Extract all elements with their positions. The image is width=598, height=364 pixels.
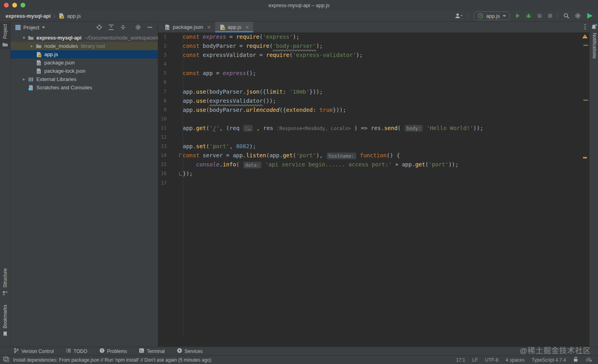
tool-stripe-bookmarks[interactable]: Bookmarks bbox=[0, 303, 10, 338]
code-line[interactable]: 10 bbox=[158, 115, 589, 124]
tool-window-terminal[interactable]: Terminal bbox=[139, 348, 165, 355]
tree-row[interactable]: {}package-lock.json bbox=[11, 67, 158, 75]
hide-panel-icon[interactable] bbox=[147, 24, 153, 30]
tree-row[interactable]: JSapp.js bbox=[11, 50, 158, 58]
tool-stripe-notifications-label[interactable]: Notifications bbox=[592, 33, 597, 58]
status-widgets: 17:1 LF UTF-8 4 spaces TypeScript 4.7.4 bbox=[456, 356, 598, 363]
tab-options-menu-icon[interactable] bbox=[585, 24, 586, 30]
tool-stripe-structure[interactable]: Structure bbox=[0, 267, 10, 298]
tool-window-version-control[interactable]: Version Control bbox=[13, 348, 54, 355]
stripe-caret-mark[interactable] bbox=[583, 157, 587, 158]
tab-app-js[interactable]: JS app.js × bbox=[215, 22, 254, 32]
tool-window-todo[interactable]: TODO bbox=[66, 348, 87, 355]
unlock-icon[interactable] bbox=[573, 356, 578, 363]
code-token: expressValidator bbox=[209, 98, 263, 104]
caret-position-widget[interactable]: 17:1 bbox=[456, 357, 465, 363]
typescript-widget[interactable]: TypeScript 4.7.4 bbox=[532, 357, 566, 363]
code-line[interactable]: 4 bbox=[158, 60, 589, 69]
encoding-widget[interactable]: UTF-8 bbox=[485, 357, 498, 363]
code-token: urlencoded bbox=[246, 107, 279, 113]
toolbar-separator bbox=[468, 12, 469, 19]
nodejs-icon bbox=[478, 13, 483, 19]
panel-settings-gear-icon[interactable] bbox=[135, 24, 141, 30]
code-line[interactable]: 6 bbox=[158, 78, 589, 87]
project-view-title[interactable]: Project bbox=[23, 25, 39, 30]
run-button[interactable] bbox=[515, 13, 520, 19]
code-token: 'express' bbox=[263, 34, 293, 40]
tree-row[interactable]: ▾express-mysql-api~/Documents/node_works… bbox=[11, 34, 158, 42]
svg-text:{}: {} bbox=[37, 62, 40, 65]
tool-window-problems[interactable]: Problems bbox=[99, 348, 127, 355]
code-token: get bbox=[196, 125, 206, 131]
close-tab-icon[interactable]: × bbox=[245, 24, 249, 30]
chevron-right-icon[interactable]: ▸ bbox=[28, 43, 36, 49]
editor-preview-icon[interactable] bbox=[3, 356, 9, 363]
code-token: hostname: bbox=[327, 153, 356, 159]
line-number: 7 bbox=[158, 87, 183, 96]
tree-row[interactable]: ▸node_moduleslibrary root bbox=[11, 42, 158, 50]
code-token: ' bbox=[216, 125, 219, 131]
code-line[interactable]: 17 bbox=[158, 179, 589, 188]
fold-marker-icon[interactable] bbox=[179, 172, 182, 175]
status-message[interactable]: Install dependencies: From package.json … bbox=[13, 357, 211, 363]
close-tab-icon[interactable]: × bbox=[207, 24, 211, 30]
tree-item-label: External Libraries bbox=[36, 76, 76, 82]
stripe-warning-mark[interactable] bbox=[583, 100, 588, 101]
line-separator-widget[interactable]: LF bbox=[472, 357, 478, 363]
code-token: (app. bbox=[266, 152, 283, 158]
search-everywhere-icon[interactable] bbox=[563, 13, 570, 19]
ide-logo-icon[interactable] bbox=[586, 12, 593, 19]
code-token: body: bbox=[405, 125, 423, 132]
minimize-window-button[interactable] bbox=[12, 3, 17, 8]
chevron-right-icon[interactable]: ▸ bbox=[20, 77, 28, 82]
right-tool-stripe: Notifications bbox=[589, 22, 598, 347]
stop-button[interactable] bbox=[548, 13, 553, 18]
breadcrumb-project[interactable]: express-mysql-api bbox=[6, 13, 51, 19]
code-line[interactable]: 1const express = require('express'); bbox=[158, 32, 589, 41]
profiler-button[interactable] bbox=[537, 13, 543, 19]
code-analysis-icon[interactable] bbox=[585, 357, 592, 363]
code-line[interactable]: 14const server = app.listen(app.get('por… bbox=[158, 151, 589, 160]
code-token: )); bbox=[448, 161, 458, 168]
breadcrumb-file[interactable]: app.js bbox=[67, 13, 81, 19]
code-line[interactable]: 16}); bbox=[158, 169, 589, 178]
code-line[interactable]: 12 bbox=[158, 133, 589, 142]
code-editor[interactable]: 1const express = require('express');2con… bbox=[158, 32, 589, 347]
code-line[interactable]: 3const expressValidator = require('expre… bbox=[158, 51, 589, 60]
chevron-down-icon[interactable]: ▾ bbox=[20, 35, 28, 40]
collapse-all-icon[interactable] bbox=[120, 24, 126, 30]
settings-gear-icon[interactable] bbox=[575, 13, 581, 19]
warning-triangle-icon[interactable] bbox=[582, 34, 588, 39]
code-line[interactable]: 5const app = express(); bbox=[158, 69, 589, 78]
fold-marker-icon[interactable] bbox=[179, 154, 182, 157]
code-line[interactable]: 15 console.info( data: 'api service begi… bbox=[158, 160, 589, 169]
code-line[interactable]: 13app.set('port', 8082); bbox=[158, 142, 589, 151]
tool-window-services[interactable]: Services bbox=[177, 348, 203, 355]
stripe-warning-mark[interactable] bbox=[583, 45, 588, 46]
tree-row[interactable]: ▸External Libraries bbox=[11, 75, 158, 83]
run-configuration-select[interactable]: app.js bbox=[474, 11, 510, 20]
debug-button[interactable] bbox=[526, 13, 532, 19]
code-token: use bbox=[196, 107, 206, 113]
code-line[interactable]: 9app.use(bodyParser.urlencoded({extended… bbox=[158, 106, 589, 115]
locate-file-icon[interactable] bbox=[96, 24, 102, 30]
chevron-down-icon[interactable] bbox=[42, 26, 45, 28]
tree-row[interactable]: Scratches and Consoles bbox=[11, 83, 158, 92]
expand-all-icon[interactable] bbox=[108, 24, 114, 30]
code-line[interactable]: 7app.use(bodyParser.json({limit: '10mb'}… bbox=[158, 87, 589, 96]
js-file-icon: JS bbox=[36, 51, 42, 58]
indent-widget[interactable]: 4 spaces bbox=[505, 357, 524, 363]
terminal-icon bbox=[139, 348, 144, 355]
tab-package-json[interactable]: {} package.json × bbox=[160, 22, 215, 32]
user-dropdown-icon[interactable] bbox=[454, 13, 463, 19]
close-window-button[interactable] bbox=[4, 3, 9, 8]
line-number: 15 bbox=[158, 160, 183, 169]
maximize-window-button[interactable] bbox=[21, 3, 25, 8]
code-line[interactable]: 8app.use(expressValidator()); bbox=[158, 96, 589, 106]
code-token: ({ bbox=[259, 89, 266, 95]
tree-row[interactable]: {}package.json bbox=[11, 58, 158, 67]
code-line[interactable]: 2const bodyParser = require('body-parser… bbox=[158, 41, 589, 51]
notifications-bell-icon[interactable] bbox=[590, 24, 598, 30]
tool-stripe-project[interactable]: Project bbox=[0, 23, 10, 49]
code-line[interactable]: 11app.get('/', (req :… , res :Response<R… bbox=[158, 124, 589, 133]
